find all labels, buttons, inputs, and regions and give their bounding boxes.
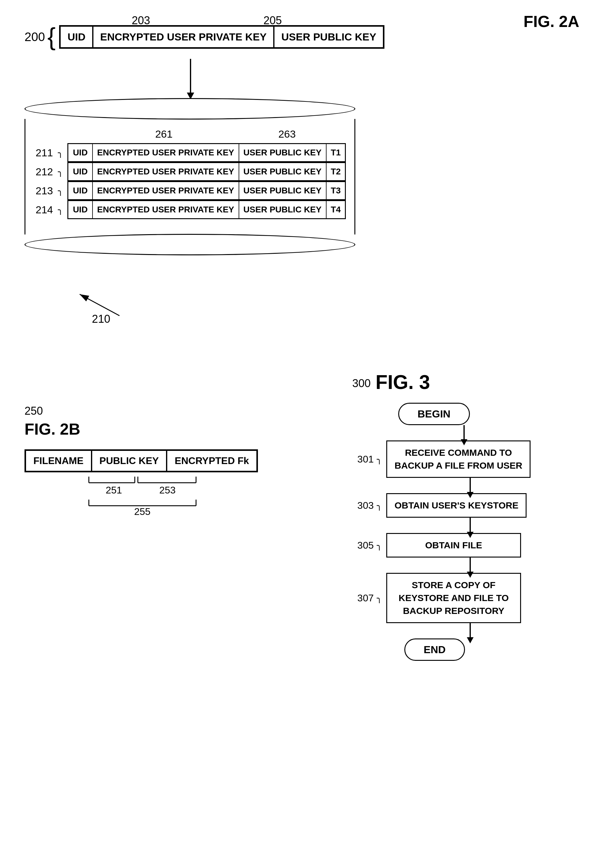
row-brace-212: ╮	[58, 167, 63, 177]
database-cylinder: 261 263 211 ╮ UID ENCRYPTED USER PRIVATE…	[24, 98, 355, 255]
flow-row-301: 301 ╮ RECEIVE COMMAND TO BACKUP A FILE F…	[352, 440, 531, 478]
cell-t-0: T1	[326, 144, 345, 161]
db-row-211: UID ENCRYPTED USER PRIVATE KEY USER PUBL…	[67, 143, 346, 162]
file-cell-encfk: ENCRYPTED Fk	[166, 450, 257, 471]
fig2a-title: FIG. 2A	[524, 12, 579, 30]
col-label-203: 203	[132, 14, 150, 27]
cell-enc-1: ENCRYPTED USER PRIVATE KEY	[92, 163, 239, 181]
connector-3	[377, 557, 515, 573]
col-label-263: 263	[247, 128, 327, 140]
col-label-261: 261	[80, 128, 247, 140]
record-enc-key: ENCRYPTED USER PRIVATE KEY	[93, 26, 274, 48]
step-brace-301: ╮	[377, 454, 382, 464]
flow-box-begin: BEGIN	[398, 403, 470, 425]
fig3-area: 300 FIG. 3 BEGIN 301 ╮	[352, 371, 531, 661]
flow-begin-row: BEGIN	[377, 403, 470, 425]
bracket-255: 255	[24, 498, 258, 516]
row-brace-213: ╮	[58, 186, 63, 196]
cell-uid-2: UID	[68, 182, 92, 200]
label-250: 250	[24, 405, 258, 417]
cell-enc-0: ENCRYPTED USER PRIVATE KEY	[92, 144, 239, 161]
row-num-212: 212	[35, 166, 53, 178]
svg-line-1	[80, 294, 120, 316]
connector-4	[377, 623, 515, 639]
record-200: UID ENCRYPTED USER PRIVATE KEY USER PUBL…	[59, 25, 384, 49]
label-200: 200	[24, 30, 45, 44]
cell-uid-0: UID	[68, 144, 92, 161]
cell-uid-1: UID	[68, 163, 92, 181]
db-rows: 211 ╮ UID ENCRYPTED USER PRIVATE KEY USE…	[35, 143, 345, 219]
row-num-211: 211	[35, 147, 53, 159]
db-row-2: 213 ╮ UID ENCRYPTED USER PRIVATE KEY USE…	[35, 181, 345, 200]
db-row-1: 212 ╮ UID ENCRYPTED USER PRIVATE KEY USE…	[35, 162, 345, 181]
fig3-num: 300	[352, 377, 371, 390]
record-uid: UID	[60, 26, 93, 48]
row-brace-211: ╮	[58, 148, 63, 158]
flow-row-307: 307 ╮ STORE A COPY OF KEYSTORE AND FILE …	[352, 573, 521, 623]
fig3-title: FIG. 3	[375, 371, 430, 393]
fig2b-area: 250 FIG. 2B FILENAME PUBLIC KEY ENCRYPTE…	[24, 405, 258, 516]
step-num-307: 307	[352, 592, 374, 604]
brace-200: {	[47, 24, 56, 49]
page: FIG. 2A 200 { UID ENCRYPTED USER PRIVATE…	[0, 0, 616, 853]
flow-box-307: STORE A COPY OF KEYSTORE AND FILE TO BAC…	[386, 573, 521, 623]
flow-box-end: END	[404, 639, 465, 661]
cell-pub-3: USER PUBLIC KEY	[239, 201, 326, 219]
db-row-213: UID ENCRYPTED USER PRIVATE KEY USER PUBL…	[67, 181, 346, 200]
cell-t-3: T4	[326, 201, 345, 219]
col-label-205: 205	[263, 14, 282, 27]
db-row-212: UID ENCRYPTED USER PRIVATE KEY USER PUBL…	[67, 162, 346, 181]
cell-pub-1: USER PUBLIC KEY	[239, 163, 326, 181]
step-brace-303: ╮	[377, 501, 382, 511]
connector-0	[377, 425, 509, 440]
step-brace-307: ╮	[377, 593, 382, 603]
cell-uid-3: UID	[68, 201, 92, 219]
step-brace-305: ╮	[377, 540, 382, 551]
arrow-200-to-db	[187, 59, 194, 99]
flow-box-301: RECEIVE COMMAND TO BACKUP A FILE FROM US…	[386, 440, 531, 478]
arrow-210	[61, 288, 123, 319]
flow-row-305: 305 ╮ OBTAIN FILE	[352, 533, 521, 557]
cell-enc-2: ENCRYPTED USER PRIVATE KEY	[92, 182, 239, 200]
flowchart: BEGIN 301 ╮ RECEIVE COMMAND TO BACKUP A …	[352, 403, 531, 661]
db-row-214: UID ENCRYPTED USER PRIVATE KEY USER PUBL…	[67, 200, 346, 219]
flow-box-303: OBTAIN USER'S KEYSTORE	[386, 493, 527, 518]
connector-2	[377, 518, 515, 533]
fig2b-title: FIG. 2B	[24, 420, 258, 438]
bracket-svg: 251 253	[24, 474, 239, 498]
cell-pub-2: USER PUBLIC KEY	[239, 182, 326, 200]
svg-text:251: 251	[106, 484, 122, 496]
db-col-labels: 261 263	[62, 128, 345, 143]
cell-t-1: T2	[326, 163, 345, 181]
step-num-303: 303	[352, 500, 374, 511]
connector-1	[377, 478, 515, 493]
svg-text:253: 253	[159, 484, 176, 496]
svg-text:255: 255	[134, 506, 150, 516]
file-cell-filename: FILENAME	[26, 450, 92, 471]
step-num-305: 305	[352, 540, 374, 551]
cell-enc-3: ENCRYPTED USER PRIVATE KEY	[92, 201, 239, 219]
record-pub-key: USER PUBLIC KEY	[274, 26, 383, 48]
file-record: FILENAME PUBLIC KEY ENCRYPTED Fk	[24, 449, 258, 472]
file-cell-pubkey: PUBLIC KEY	[92, 450, 167, 471]
row-brace-214: ╮	[58, 205, 63, 215]
row-num-214: 214	[35, 204, 53, 216]
cell-pub-0: USER PUBLIC KEY	[239, 144, 326, 161]
bracket-annotations: 251 253	[24, 474, 258, 498]
bracket-255-svg: 255	[24, 498, 239, 516]
step-num-301: 301	[352, 454, 374, 465]
cell-t-2: T3	[326, 182, 345, 200]
db-row-3: 214 ╮ UID ENCRYPTED USER PRIVATE KEY USE…	[35, 200, 345, 219]
flow-box-305: OBTAIN FILE	[386, 533, 521, 557]
db-row-0: 211 ╮ UID ENCRYPTED USER PRIVATE KEY USE…	[35, 143, 345, 162]
flow-end-row: END	[377, 639, 465, 661]
flow-row-303: 303 ╮ OBTAIN USER'S KEYSTORE	[352, 493, 527, 518]
row-num-213: 213	[35, 185, 53, 197]
